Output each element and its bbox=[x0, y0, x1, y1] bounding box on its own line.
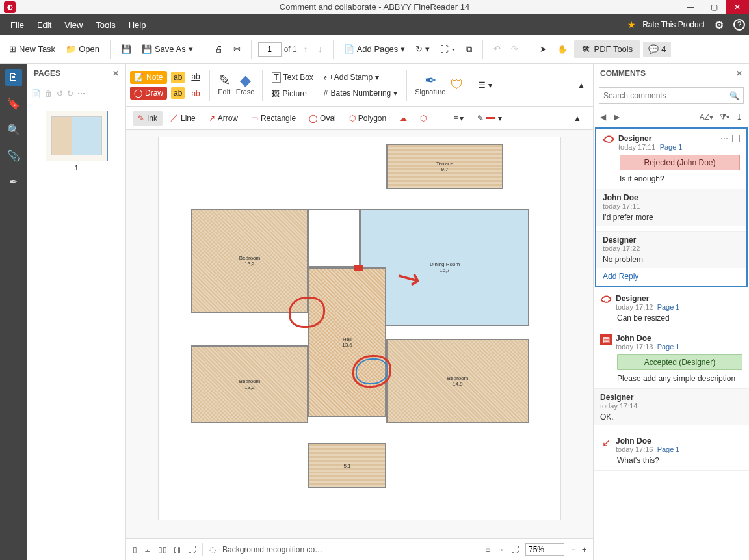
comment-thread[interactable]: Designertoday 17:11 Page 1⋯Rejected (Joh… bbox=[595, 127, 748, 287]
search-icon[interactable]: 🔍 bbox=[729, 91, 739, 100]
filter-comments-icon[interactable]: ⧩▾ bbox=[720, 113, 729, 122]
list-tool[interactable]: ☰ ▾ bbox=[475, 79, 495, 92]
search-input[interactable] bbox=[603, 91, 729, 100]
expand-comments-icon[interactable]: ⤓ bbox=[736, 113, 742, 122]
collapse-ribbon[interactable]: ▲ bbox=[573, 79, 589, 92]
print-button[interactable]: 🖨 bbox=[211, 42, 227, 57]
new-task-button[interactable]: ⊞New Task bbox=[5, 42, 59, 57]
comment-page-link[interactable]: Page 1 bbox=[657, 303, 680, 311]
more-icon[interactable]: ⋯ bbox=[77, 89, 85, 98]
arrow-tool[interactable]: ↗Arrow bbox=[204, 111, 243, 126]
page-number-input[interactable] bbox=[258, 42, 282, 57]
highlight-tool[interactable]: ab bbox=[171, 72, 185, 83]
hand-tool[interactable]: ✋ bbox=[553, 42, 572, 57]
crop-button[interactable]: ⛶ ▾ bbox=[436, 42, 460, 57]
comment-thread[interactable]: ↙John Doetoday 17:16 Page 1What's this? bbox=[594, 431, 749, 471]
rectangle-tool[interactable]: ▭Rectangle bbox=[246, 111, 301, 126]
menu-file[interactable]: File bbox=[4, 16, 31, 34]
sort-comments[interactable]: AZ▾ bbox=[700, 113, 713, 122]
cloud-tool[interactable]: ☁ bbox=[394, 111, 412, 126]
delete-page-icon[interactable]: 🗑 bbox=[45, 89, 53, 98]
zoom-page-icon[interactable]: ≡ bbox=[486, 545, 490, 554]
redo-button[interactable]: ↷ bbox=[507, 42, 522, 57]
view-twopage-cont-icon[interactable]: ⫿⫿ bbox=[174, 545, 181, 554]
zoom-actual-icon[interactable]: ⛶ bbox=[511, 545, 519, 554]
zoom-select[interactable] bbox=[525, 543, 564, 556]
pages-icon[interactable]: 🗎 bbox=[5, 69, 22, 86]
zoom-width-icon[interactable]: ↔ bbox=[497, 545, 505, 554]
zoom-out-button[interactable]: − bbox=[571, 545, 575, 554]
textbox-tool[interactable]: TText Box bbox=[268, 70, 317, 85]
organize-button[interactable]: ⧉ bbox=[462, 42, 476, 57]
pointer-tool[interactable]: ➤ bbox=[536, 42, 551, 57]
rotate-right-icon[interactable]: ↻ bbox=[67, 89, 73, 98]
rate-product-link[interactable]: Rate This Product bbox=[642, 20, 705, 29]
erase-icon[interactable]: ◆ bbox=[239, 75, 252, 87]
next-page-button[interactable]: ↓ bbox=[314, 42, 326, 57]
close-window-button[interactable]: ✕ bbox=[726, 0, 749, 14]
view-continuous-icon[interactable]: ⫠ bbox=[144, 545, 151, 554]
ink-tool[interactable]: ✎Ink bbox=[133, 111, 163, 126]
page-thumbnail-1[interactable] bbox=[46, 111, 108, 161]
save-as-button[interactable]: 💾Save As▾ bbox=[138, 42, 197, 57]
comment-page-link[interactable]: Page 1 bbox=[657, 446, 680, 453]
minimize-button[interactable]: — bbox=[679, 0, 702, 14]
email-button[interactable]: ✉ bbox=[230, 42, 244, 57]
document-canvas[interactable]: Terrace9,7 Bedroom13,2 Dining Room16,7 H… bbox=[126, 130, 593, 538]
rotate-button[interactable]: ↻ ▾ bbox=[412, 42, 434, 57]
menu-help[interactable]: Help bbox=[122, 16, 153, 34]
comments-search[interactable]: 🔍 bbox=[599, 87, 744, 104]
comment-page-link[interactable]: Page 1 bbox=[657, 343, 680, 351]
polygon-tool[interactable]: ⬡Polygon bbox=[344, 111, 391, 126]
view-single-icon[interactable]: ▯ bbox=[133, 545, 137, 554]
add-reply-link[interactable]: Add Reply bbox=[603, 272, 740, 281]
signature-icon[interactable]: ✒ bbox=[424, 75, 437, 87]
menu-edit[interactable]: Edit bbox=[31, 16, 58, 34]
help-icon[interactable]: ? bbox=[733, 19, 745, 31]
line-color-tool[interactable]: ✎ ▾ bbox=[472, 111, 507, 126]
add-page-icon[interactable]: 📄 bbox=[31, 89, 41, 98]
menu-view[interactable]: View bbox=[58, 16, 89, 34]
undo-button[interactable]: ↶ bbox=[490, 42, 505, 57]
chat-button[interactable]: 💬4 bbox=[643, 42, 671, 57]
rotate-left-icon[interactable]: ↺ bbox=[57, 89, 63, 98]
search-icon[interactable]: 🔍 bbox=[5, 121, 22, 138]
next-comment-icon[interactable]: ▶ bbox=[614, 113, 620, 122]
picture-tool[interactable]: 🖼Picture bbox=[268, 87, 317, 100]
annotation-cloud-1[interactable] bbox=[289, 297, 325, 328]
signatures-icon[interactable]: ✒ bbox=[5, 173, 22, 190]
cloud-hex-tool[interactable]: ⬡ bbox=[415, 111, 432, 126]
comment-thread[interactable]: ▤John Doetoday 17:13 Page 1Accepted (Des… bbox=[594, 328, 749, 431]
edit-icon[interactable]: ✎ bbox=[218, 75, 231, 87]
close-comments-panel[interactable]: ✕ bbox=[736, 69, 742, 78]
add-pages-button[interactable]: 📄Add Pages▾ bbox=[340, 42, 410, 57]
draw-tool[interactable]: ◯Draw bbox=[130, 87, 167, 100]
bookmarks-icon[interactable]: 🔖 bbox=[5, 95, 22, 112]
strikeout-tool[interactable]: ab bbox=[187, 87, 204, 100]
security-icon[interactable]: 🛡 bbox=[451, 79, 464, 91]
view-twopage-icon[interactable]: ▯▯ bbox=[158, 545, 167, 554]
zoom-in-button[interactable]: + bbox=[582, 545, 586, 554]
prev-comment-icon[interactable]: ◀ bbox=[600, 113, 606, 122]
settings-icon[interactable]: ⚙ bbox=[711, 17, 727, 33]
prev-page-button[interactable]: ↑ bbox=[300, 42, 312, 57]
open-button[interactable]: 📁Open bbox=[62, 42, 103, 57]
comment-thread[interactable]: Designertoday 17:12 Page 1Can be resized bbox=[594, 289, 749, 328]
collapse-shapebar[interactable]: ▲ bbox=[568, 111, 586, 126]
bates-numbering-tool[interactable]: #Bates Numbering▾ bbox=[320, 87, 401, 100]
line-tool[interactable]: ／Line bbox=[165, 110, 201, 126]
comment-menu-icon[interactable]: ⋯ bbox=[720, 134, 728, 143]
annotation-note-marker[interactable] bbox=[354, 265, 363, 271]
attachments-icon[interactable]: 📎 bbox=[5, 147, 22, 164]
save-button[interactable]: 💾 bbox=[117, 42, 135, 57]
annotation-cloud-2-selected[interactable] bbox=[356, 358, 388, 384]
pdf-tools-button[interactable]: 🛠PDF Tools bbox=[574, 40, 641, 58]
comment-checkbox[interactable] bbox=[732, 135, 740, 142]
comment-page-link[interactable]: Page 1 bbox=[660, 143, 683, 151]
highlight-alt-tool[interactable]: ab bbox=[171, 87, 185, 99]
note-tool[interactable]: 📝Note bbox=[130, 71, 167, 84]
underline-tool[interactable]: ab bbox=[187, 70, 204, 83]
close-pages-panel[interactable]: ✕ bbox=[112, 69, 119, 78]
view-fullscreen-icon[interactable]: ⛶ bbox=[188, 545, 196, 554]
oval-tool[interactable]: ◯Oval bbox=[304, 111, 341, 126]
